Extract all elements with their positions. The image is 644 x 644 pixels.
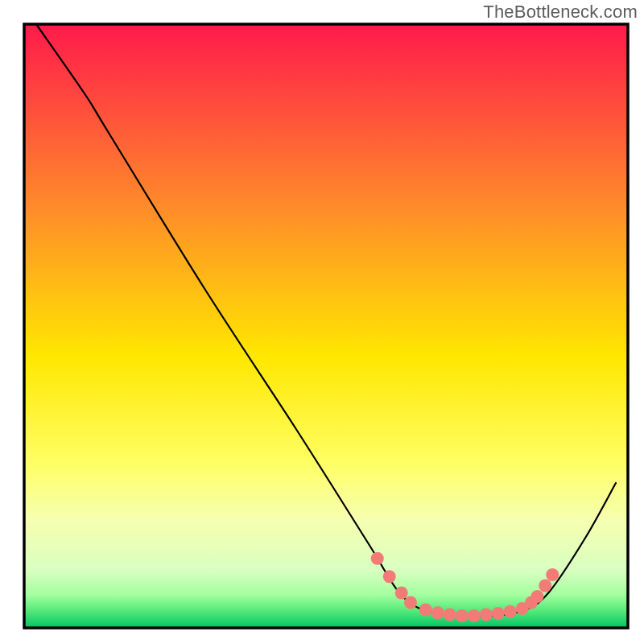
chart-frame: TheBottleneck.com bbox=[0, 0, 644, 644]
attribution-text: TheBottleneck.com bbox=[483, 2, 638, 23]
data-dot bbox=[431, 606, 444, 619]
data-dot bbox=[504, 605, 517, 618]
data-dot bbox=[419, 604, 432, 617]
data-dot bbox=[404, 597, 417, 609]
data-dot bbox=[492, 607, 505, 620]
data-dot bbox=[546, 568, 559, 581]
data-dot bbox=[480, 609, 493, 621]
data-dot bbox=[383, 570, 396, 583]
data-dot bbox=[456, 609, 469, 622]
data-dot bbox=[444, 609, 456, 621]
data-dot bbox=[395, 587, 408, 600]
data-dot bbox=[539, 580, 551, 592]
data-dot bbox=[531, 590, 544, 603]
chart-background bbox=[24, 24, 628, 628]
bottleneck-chart bbox=[0, 0, 644, 644]
data-dot bbox=[468, 609, 481, 622]
data-dot bbox=[371, 552, 384, 565]
